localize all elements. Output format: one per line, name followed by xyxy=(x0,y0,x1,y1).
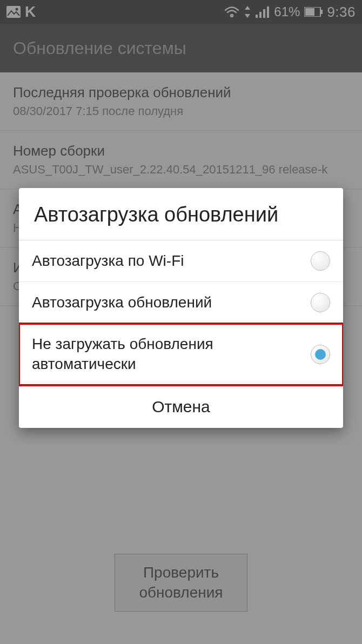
cancel-button[interactable]: Отмена xyxy=(19,385,343,428)
dialog-title: Автозагрузка обновлений xyxy=(19,188,343,240)
dialog-option-label: Автозагрузка по Wi-Fi xyxy=(32,251,311,271)
dialog-option-wifi[interactable]: Автозагрузка по Wi-Fi xyxy=(19,240,343,282)
dialog-option-label: Автозагрузка обновлений xyxy=(32,293,311,312)
dialog-option-autoload[interactable]: Автозагрузка обновлений xyxy=(19,282,343,324)
dialog-option-label: Не загружать обновления автоматически xyxy=(32,334,311,374)
dialog-option-disable[interactable]: Не загружать обновления автоматически xyxy=(19,324,343,385)
radio-icon xyxy=(311,345,330,364)
autodownload-dialog: Автозагрузка обновлений Автозагрузка по … xyxy=(19,188,343,428)
modal-overlay[interactable]: Автозагрузка обновлений Автозагрузка по … xyxy=(0,0,362,644)
radio-icon xyxy=(311,293,330,312)
radio-icon xyxy=(311,251,330,271)
